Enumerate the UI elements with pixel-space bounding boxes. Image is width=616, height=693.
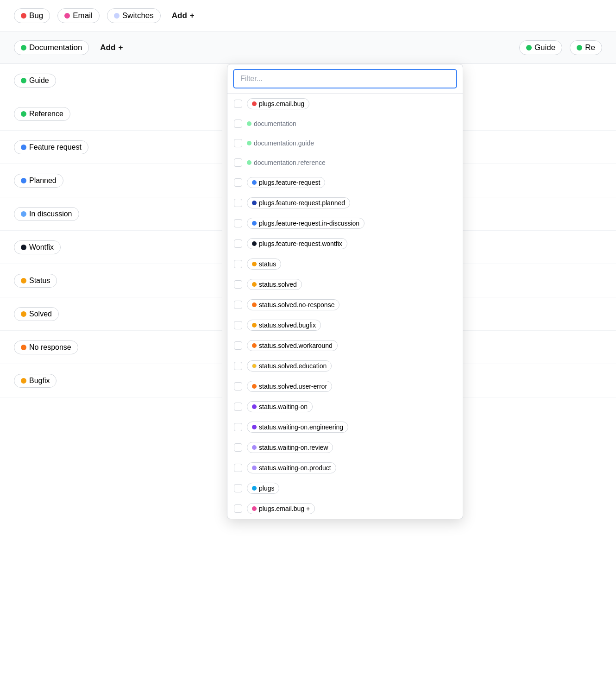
tag-documentation[interactable]: Documentation: [14, 40, 89, 55]
tag-guide-right[interactable]: Guide: [519, 40, 562, 55]
top-bar-add-button[interactable]: Add +: [168, 9, 198, 23]
tag-wontfix[interactable]: Wontfix: [14, 240, 61, 254]
label-row-wontfix: Wontfix: [0, 231, 222, 264]
dropdown-item-19[interactable]: plugs: [227, 478, 463, 498]
second-bar: Documentation Add + Guide Re: [0, 32, 616, 64]
label-status-waiting-review: status.waiting-on.review: [259, 444, 328, 451]
dropdown-item-20[interactable]: plugs.email.bug +: [227, 498, 463, 519]
dropdown-item-9[interactable]: status.solved: [227, 274, 463, 295]
dropdown-item-14[interactable]: status.solved.user-error: [227, 376, 463, 397]
dropdown-item-10[interactable]: status.solved.no-response: [227, 295, 463, 315]
dropdown-item-6[interactable]: plugs.feature-request.in-discussion: [227, 213, 463, 233]
dot-status-solved-user-error: [252, 384, 257, 389]
bug-dot: [21, 13, 26, 19]
tag-status-waiting-review: status.waiting-on.review: [247, 442, 333, 453]
checkbox-15[interactable]: [234, 403, 242, 411]
dropdown-item-0[interactable]: plugs.email.bug: [227, 94, 463, 114]
tag-switches-label: Switches: [122, 11, 154, 20]
checkbox-6[interactable]: [234, 219, 242, 227]
second-bar-add-button[interactable]: Add +: [96, 41, 126, 55]
label-row-feature-request: Feature request: [0, 131, 222, 164]
label-row-solved: Solved: [0, 297, 222, 331]
checkbox-3[interactable]: [234, 158, 242, 167]
tag-bug[interactable]: Bug: [14, 8, 50, 23]
label-plugs-fr-in-discussion: plugs.feature-request.in-discussion: [259, 220, 359, 227]
no-response-dot: [21, 345, 26, 350]
dropdown-item-15[interactable]: status.waiting-on: [227, 397, 463, 417]
dropdown-item-5[interactable]: plugs.feature-request.planned: [227, 193, 463, 213]
dropdown-item-8[interactable]: status: [227, 254, 463, 274]
label-documentation-guide: documentation.guide: [254, 139, 314, 147]
dot-status-waiting-product: [252, 466, 257, 470]
tag-no-response[interactable]: No response: [14, 340, 78, 354]
tag-in-discussion[interactable]: In discussion: [14, 207, 79, 221]
tag-guide[interactable]: Guide: [14, 74, 56, 88]
reference-dot: [21, 111, 26, 117]
dropdown-item-2[interactable]: documentation.guide: [227, 133, 463, 153]
checkbox-1[interactable]: [234, 120, 242, 128]
checkbox-8[interactable]: [234, 260, 242, 268]
top-bar-add-label: Add: [172, 11, 187, 20]
dropdown-item-18[interactable]: status.waiting-on.product: [227, 458, 463, 478]
checkbox-12[interactable]: [234, 341, 242, 350]
dot-plugs-fr-in-discussion: [252, 221, 257, 226]
dropdown-item-7[interactable]: plugs.feature-request.wontfix: [227, 233, 463, 254]
checkbox-18[interactable]: [234, 464, 242, 472]
tag-status-solved-no-response: status.solved.no-response: [247, 299, 339, 310]
tag-status-waiting-on: status.waiting-on: [247, 401, 313, 412]
filter-input[interactable]: [233, 69, 457, 88]
checkbox-4[interactable]: [234, 178, 242, 187]
tag-bugfix[interactable]: Bugfix: [14, 374, 57, 388]
tag-plugs-fr-wontfix: plugs.feature-request.wontfix: [247, 238, 347, 249]
checkbox-20[interactable]: [234, 504, 242, 513]
checkbox-0[interactable]: [234, 100, 242, 108]
dropdown-item-12[interactable]: status.solved.workaround: [227, 335, 463, 356]
checkbox-16[interactable]: [234, 423, 242, 431]
checkbox-5[interactable]: [234, 199, 242, 207]
checkbox-14[interactable]: [234, 382, 242, 391]
checkbox-19[interactable]: [234, 484, 242, 492]
dropdown-item-1[interactable]: documentation: [227, 114, 463, 133]
tag-email[interactable]: Email: [57, 8, 100, 23]
switches-dot: [114, 13, 119, 19]
dropdown-item-13[interactable]: status.solved.education: [227, 356, 463, 376]
wontfix-label: Wontfix: [29, 243, 54, 252]
dropdown-item-3[interactable]: documentation.reference: [227, 153, 463, 172]
tag-re-right[interactable]: Re: [570, 40, 602, 55]
tag-status-solved-education: status.solved.education: [247, 360, 332, 372]
filter-input-wrap: [227, 64, 463, 94]
left-column: Guide Reference Feature request Planned: [0, 64, 222, 397]
label-status-solved-workaround: status.solved.workaround: [259, 342, 333, 349]
dropdown-item-17[interactable]: status.waiting-on.review: [227, 437, 463, 458]
tag-status-solved: status.solved: [247, 279, 302, 290]
tag-reference[interactable]: Reference: [14, 107, 70, 121]
status-dot: [21, 278, 26, 284]
checkbox-7[interactable]: [234, 239, 242, 248]
dropdown-item-16[interactable]: status.waiting-on.engineering: [227, 417, 463, 437]
checkbox-11[interactable]: [234, 321, 242, 329]
dot-documentation-guide: [247, 141, 251, 145]
tag-feature-request[interactable]: Feature request: [14, 140, 88, 154]
tag-plugs-feature-request: plugs.feature-request: [247, 177, 325, 188]
tag-planned[interactable]: Planned: [14, 174, 63, 188]
filter-dropdown: plugs.email.bug documentation documentat…: [227, 64, 463, 519]
tag-status[interactable]: Status: [14, 274, 57, 288]
dot-status-waiting-engineering: [252, 425, 257, 429]
label-status-solved: status.solved: [259, 281, 297, 288]
label-row-reference: Reference: [0, 97, 222, 131]
tag-documentation-guide: documentation.guide: [247, 138, 314, 148]
top-bar: Bug Email Switches Add +: [0, 0, 616, 32]
main-content: Guide Reference Feature request Planned: [0, 64, 616, 397]
checkbox-10[interactable]: [234, 301, 242, 309]
checkbox-13[interactable]: [234, 362, 242, 370]
tag-switches[interactable]: Switches: [107, 8, 161, 23]
checkbox-9[interactable]: [234, 280, 242, 289]
dropdown-item-11[interactable]: status.solved.bugfix: [227, 315, 463, 335]
solved-dot: [21, 311, 26, 317]
tag-plugs: plugs: [247, 483, 279, 494]
checkbox-2[interactable]: [234, 139, 242, 147]
dropdown-item-4[interactable]: plugs.feature-request: [227, 172, 463, 193]
tag-solved[interactable]: Solved: [14, 307, 59, 321]
feature-request-dot: [21, 145, 26, 150]
checkbox-17[interactable]: [234, 443, 242, 452]
